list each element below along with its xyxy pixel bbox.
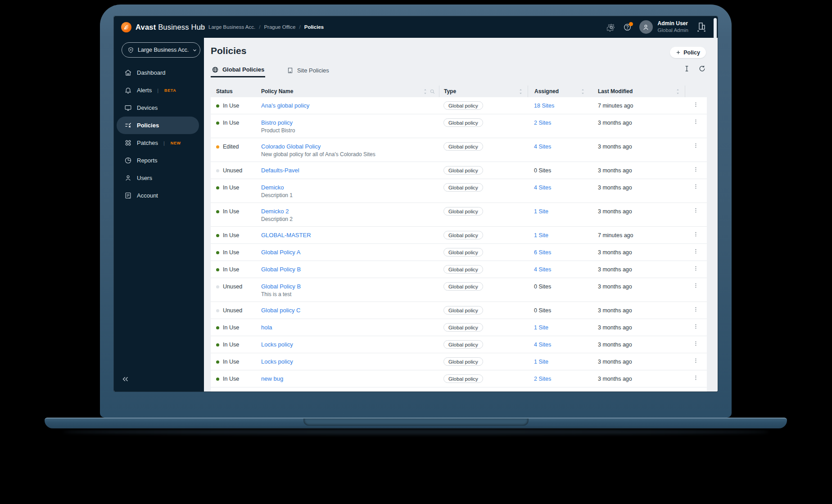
table-row[interactable]: In Use new bug Global policy 2 Sites 3 m… — [211, 370, 707, 387]
sidebar-item-reports[interactable]: Reports — [117, 152, 199, 169]
column-header-status[interactable]: Status — [211, 88, 261, 94]
row-menu[interactable] — [685, 336, 707, 353]
sort-icon[interactable] — [675, 89, 680, 94]
table-row[interactable]: In Use Locks policy Global policy 4 Site… — [211, 336, 707, 353]
assigned-cell[interactable]: 18 Sites — [528, 97, 590, 114]
assigned-cell[interactable]: 1 Site — [528, 353, 590, 370]
table-row[interactable]: In Use Global Policy A Global policy 6 S… — [211, 244, 707, 261]
policy-name-link[interactable]: GLOBAL-MASTER — [261, 232, 311, 238]
policy-name-link[interactable]: Global Policy B — [261, 266, 301, 273]
table-row[interactable]: In Use Demicko 2 Description 2 Global po… — [211, 203, 707, 227]
policy-name-link[interactable]: Global Policy B — [261, 283, 301, 290]
row-menu[interactable] — [685, 387, 707, 392]
help-icon[interactable] — [623, 23, 632, 32]
row-menu[interactable] — [685, 97, 707, 114]
scrollbar-thumb[interactable] — [714, 18, 717, 39]
avatar[interactable] — [639, 20, 653, 34]
column-header-assigned[interactable]: Assigned — [528, 86, 590, 97]
policy-name-link[interactable]: Demicko — [261, 184, 284, 191]
table-row[interactable]: In Use Global Policy B Global policy 4 S… — [211, 261, 707, 278]
status-dot — [216, 122, 219, 125]
row-menu[interactable] — [685, 179, 707, 202]
tab-global-policies[interactable]: Global Policies — [211, 63, 265, 77]
row-menu[interactable] — [685, 261, 707, 278]
table-row[interactable]: In Use GLOBAL-MASTER Global policy 1 Sit… — [211, 227, 707, 244]
assigned-cell[interactable]: 4 Sites — [528, 179, 590, 202]
row-menu[interactable] — [685, 114, 707, 138]
assigned-cell[interactable]: 4 Sites — [528, 138, 590, 162]
policy-name-link[interactable]: Locks policy — [261, 358, 293, 365]
row-menu[interactable] — [685, 138, 707, 162]
policy-name-link[interactable]: Global Policy A — [261, 249, 300, 256]
settings-gear-icon[interactable] — [607, 23, 615, 32]
policy-name-link[interactable]: Locks policy — [261, 341, 293, 348]
add-policy-button[interactable]: Policy — [670, 47, 706, 58]
table-row[interactable]: Unused Global Policy B This is a test Gl… — [211, 278, 707, 302]
policy-name-link[interactable]: new bug — [261, 375, 283, 382]
table-row[interactable]: In Use Bistro policy Product Bistro Glob… — [211, 114, 707, 138]
table-row[interactable]: In Use Demicko Description 1 Global poli… — [211, 179, 707, 203]
sidebar-item-account[interactable]: Account — [117, 187, 199, 204]
row-menu[interactable] — [685, 302, 707, 319]
assigned-cell[interactable]: 5 Sites — [528, 387, 590, 392]
row-menu[interactable] — [685, 278, 707, 302]
table-row[interactable]: In Use Locks policy Global policy 1 Site… — [211, 353, 707, 370]
breadcrumb-account[interactable]: Large Business Acc. — [208, 24, 255, 30]
modified-cell: 3 months ago — [590, 162, 685, 179]
row-menu[interactable] — [685, 244, 707, 261]
row-menu[interactable] — [685, 203, 707, 226]
policy-name-link[interactable]: Global policy C — [261, 307, 300, 314]
policy-name-link[interactable]: hola — [261, 324, 272, 331]
breadcrumb-site[interactable]: Prague Office — [264, 24, 295, 30]
table-row[interactable]: Edited Colorado Global Policy New global… — [211, 138, 707, 162]
search-icon[interactable] — [430, 89, 435, 94]
name-cell: Demicko 2 Description 2 — [261, 203, 439, 226]
sort-icon[interactable] — [423, 89, 428, 94]
row-menu[interactable] — [685, 319, 707, 336]
sidebar-item-alerts[interactable]: Alerts | BETA — [117, 81, 199, 99]
row-menu[interactable] — [685, 370, 707, 387]
status-cell: Unused — [211, 162, 261, 179]
column-header-modified[interactable]: Last Modified — [590, 88, 685, 94]
table-row[interactable]: Unused Defaults-Pavel Global policy 0 Si… — [211, 162, 707, 179]
sidebar-item-dashboard[interactable]: Dashboard — [117, 64, 199, 81]
status-cell: Edited — [211, 138, 261, 162]
column-settings-icon[interactable] — [683, 65, 691, 72]
assigned-cell[interactable]: 1 Site — [528, 319, 590, 336]
column-header-name[interactable]: Policy Name — [261, 88, 439, 94]
policy-name-link[interactable]: Bistro policy — [261, 119, 293, 126]
assigned-cell[interactable]: 4 Sites — [528, 261, 590, 278]
policy-name-link[interactable]: Defaults-Pavel — [261, 167, 299, 174]
assigned-cell[interactable]: 6 Sites — [528, 244, 590, 261]
company-switch-icon[interactable] — [696, 22, 707, 32]
user-block[interactable]: Admin User Global Admin — [658, 20, 688, 33]
table-row[interactable]: In Use New global defaults Global policy… — [211, 387, 707, 392]
column-header-type[interactable]: Type — [439, 86, 528, 97]
sidebar-item-policies[interactable]: Policies — [117, 117, 199, 134]
table-row[interactable]: In Use Ana's global policy Global policy… — [211, 97, 707, 114]
sidebar-item-devices[interactable]: Devices — [117, 99, 199, 117]
account-selector[interactable]: Large Business Acc. — [122, 42, 200, 58]
sort-icon[interactable] — [518, 89, 523, 94]
sidebar-item-users[interactable]: Users — [117, 169, 199, 187]
tab-site-policies[interactable]: Site Policies — [286, 63, 330, 77]
assigned-cell[interactable]: 2 Sites — [528, 370, 590, 387]
home-icon[interactable] — [199, 24, 205, 30]
row-menu[interactable] — [685, 353, 707, 370]
assigned-cell[interactable]: 1 Site — [528, 227, 590, 243]
policy-name-link[interactable]: Demicko 2 — [261, 208, 289, 215]
type-badge: Global policy — [443, 207, 483, 216]
policy-name-link[interactable]: Ana's global policy — [261, 102, 309, 109]
assigned-cell[interactable]: 4 Sites — [528, 336, 590, 353]
sidebar-item-patches[interactable]: Patches | NEW — [117, 134, 199, 152]
row-menu[interactable] — [685, 227, 707, 243]
sidebar-collapse-icon[interactable] — [122, 375, 129, 385]
assigned-cell[interactable]: 2 Sites — [528, 114, 590, 138]
row-menu[interactable] — [685, 162, 707, 179]
assigned-cell[interactable]: 1 Site — [528, 203, 590, 226]
table-row[interactable]: Unused Global policy C Global policy 0 S… — [211, 302, 707, 319]
table-row[interactable]: In Use hola Global policy 1 Site 3 month… — [211, 319, 707, 336]
refresh-icon[interactable] — [698, 65, 706, 72]
policy-name-link[interactable]: Colorado Global Policy — [261, 143, 321, 150]
sort-icon[interactable] — [580, 89, 585, 94]
